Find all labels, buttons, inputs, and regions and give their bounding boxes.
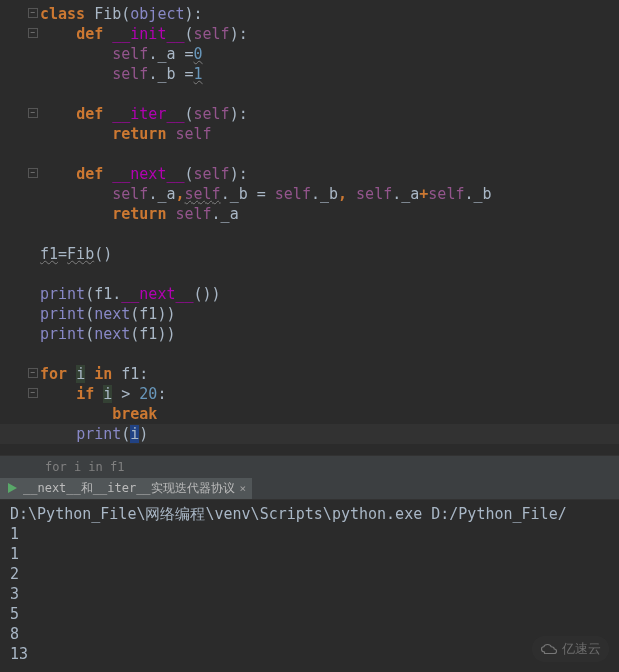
token xyxy=(40,425,76,443)
code-content[interactable] xyxy=(40,224,619,244)
code-line[interactable]: self._a,self._b = self._b, self._a+self.… xyxy=(0,184,619,204)
console-output[interactable]: D:\Python_File\网络编程\venv\Scripts\python.… xyxy=(0,500,619,672)
code-content[interactable]: print(i) xyxy=(40,424,619,444)
gutter[interactable] xyxy=(0,284,40,304)
code-line[interactable] xyxy=(0,144,619,164)
code-content[interactable]: self._a =0 xyxy=(40,44,619,64)
code-content[interactable]: break xyxy=(40,404,619,424)
token: f1 xyxy=(139,325,157,343)
code-content[interactable]: return self xyxy=(40,124,619,144)
run-tab[interactable]: __next__和__iter__实现迭代器协议 × xyxy=(0,478,252,499)
token: self xyxy=(112,45,148,63)
code-line[interactable]: print(f1.__next__()) xyxy=(0,284,619,304)
console-output-line: 3 xyxy=(10,584,609,604)
code-content[interactable]: self._a,self._b = self._b, self._a+self.… xyxy=(40,184,619,204)
gutter[interactable] xyxy=(0,84,40,104)
code-line[interactable] xyxy=(0,84,619,104)
code-content[interactable]: f1=Fib() xyxy=(40,244,619,264)
token: 20 xyxy=(139,385,157,403)
token: print xyxy=(40,305,85,323)
watermark-text: 亿速云 xyxy=(562,640,601,658)
code-line[interactable]: −class Fib(object): xyxy=(0,4,619,24)
code-line[interactable]: return self._a xyxy=(0,204,619,224)
code-line[interactable] xyxy=(0,344,619,364)
code-line[interactable]: self._a =0 xyxy=(0,44,619,64)
console-command: D:\Python_File\网络编程\venv\Scripts\python.… xyxy=(10,504,609,524)
code-content[interactable]: self._b =1 xyxy=(40,64,619,84)
gutter[interactable] xyxy=(0,424,40,444)
code-line[interactable]: − if i > 20: xyxy=(0,384,619,404)
gutter[interactable]: − xyxy=(0,364,40,384)
token: ( xyxy=(130,325,139,343)
code-content[interactable] xyxy=(40,264,619,284)
code-line[interactable]: break xyxy=(0,404,619,424)
token: self xyxy=(194,25,230,43)
code-line[interactable]: f1=Fib() xyxy=(0,244,619,264)
token: ( xyxy=(85,325,94,343)
code-line[interactable]: print(next(f1)) xyxy=(0,304,619,324)
gutter[interactable] xyxy=(0,204,40,224)
code-content[interactable]: for i in f1: xyxy=(40,364,619,384)
code-content[interactable]: if i > 20: xyxy=(40,384,619,404)
gutter[interactable]: − xyxy=(0,104,40,124)
gutter[interactable] xyxy=(0,224,40,244)
code-line[interactable]: −for i in f1: xyxy=(0,364,619,384)
close-icon[interactable]: × xyxy=(240,482,247,495)
code-line[interactable]: print(i) xyxy=(0,424,619,444)
fold-marker-icon[interactable]: − xyxy=(28,8,38,18)
gutter[interactable] xyxy=(0,304,40,324)
gutter[interactable]: − xyxy=(0,384,40,404)
code-content[interactable]: def __init__(self): xyxy=(40,24,619,44)
gutter[interactable] xyxy=(0,44,40,64)
code-line[interactable]: − def __next__(self): xyxy=(0,164,619,184)
gutter[interactable] xyxy=(0,404,40,424)
code-editor[interactable]: −class Fib(object):− def __init__(self):… xyxy=(0,0,619,455)
code-content[interactable] xyxy=(40,84,619,104)
fold-marker-icon[interactable]: − xyxy=(28,108,38,118)
code-line[interactable] xyxy=(0,224,619,244)
gutter[interactable]: − xyxy=(0,4,40,24)
gutter[interactable] xyxy=(0,344,40,364)
code-line[interactable]: print(next(f1)) xyxy=(0,324,619,344)
code-content[interactable]: print(next(f1)) xyxy=(40,304,619,324)
token: 0 xyxy=(194,45,203,63)
token: ( xyxy=(121,5,130,23)
token: ._a = xyxy=(148,45,193,63)
breadcrumb-bar: for i in f1 xyxy=(0,455,619,477)
token: : xyxy=(139,365,148,383)
code-content[interactable]: class Fib(object): xyxy=(40,4,619,24)
code-content[interactable]: return self._a xyxy=(40,204,619,224)
token: ._a xyxy=(392,185,419,203)
fold-marker-icon[interactable]: − xyxy=(28,388,38,398)
code-content[interactable]: print(f1.__next__()) xyxy=(40,284,619,304)
gutter[interactable] xyxy=(0,324,40,344)
code-line[interactable]: return self xyxy=(0,124,619,144)
code-content[interactable]: def __next__(self): xyxy=(40,164,619,184)
gutter[interactable] xyxy=(0,184,40,204)
gutter[interactable] xyxy=(0,264,40,284)
gutter[interactable] xyxy=(0,244,40,264)
token: ._b xyxy=(311,185,338,203)
token: f1 xyxy=(121,365,139,383)
gutter[interactable] xyxy=(0,64,40,84)
gutter[interactable]: − xyxy=(0,24,40,44)
gutter[interactable] xyxy=(0,124,40,144)
code-content[interactable]: def __iter__(self): xyxy=(40,104,619,124)
gutter[interactable] xyxy=(0,144,40,164)
token: print xyxy=(76,425,121,443)
fold-marker-icon[interactable]: − xyxy=(28,28,38,38)
fold-marker-icon[interactable]: − xyxy=(28,368,38,378)
code-content[interactable] xyxy=(40,144,619,164)
gutter[interactable]: − xyxy=(0,164,40,184)
code-content[interactable] xyxy=(40,344,619,364)
token: if xyxy=(76,385,103,403)
code-line[interactable]: self._b =1 xyxy=(0,64,619,84)
code-line[interactable] xyxy=(0,264,619,284)
token xyxy=(40,105,76,123)
code-line[interactable]: − def __iter__(self): xyxy=(0,104,619,124)
code-line[interactable]: − def __init__(self): xyxy=(0,24,619,44)
fold-marker-icon[interactable]: − xyxy=(28,168,38,178)
token: () xyxy=(94,245,112,263)
token xyxy=(40,45,112,63)
code-content[interactable]: print(next(f1)) xyxy=(40,324,619,344)
